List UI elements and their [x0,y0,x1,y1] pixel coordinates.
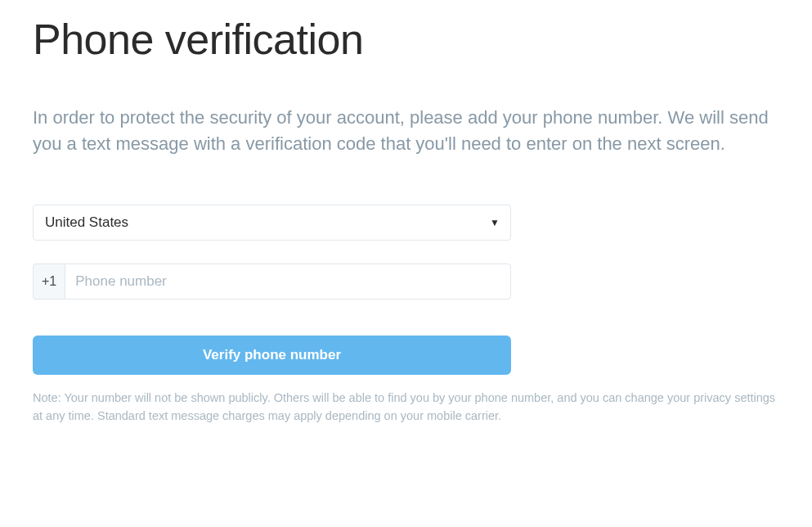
verify-phone-button[interactable]: Verify phone number [33,336,511,375]
country-select[interactable]: United States [33,205,511,241]
country-select-wrapper: United States ▼ [33,205,511,241]
phone-number-input[interactable] [65,264,511,300]
phone-verification-form: United States ▼ +1 Verify phone number [33,205,511,390]
description-text: In order to protect the security of your… [33,105,779,157]
phone-prefix-label: +1 [33,264,65,300]
privacy-note: Note: Your number will not be shown publ… [33,390,779,426]
page-title: Phone verification [33,15,779,64]
phone-input-group: +1 [33,264,511,300]
